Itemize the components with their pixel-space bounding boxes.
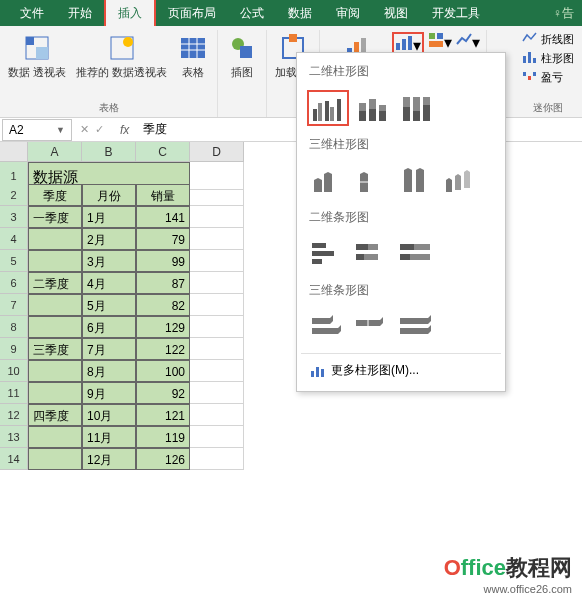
cell-month[interactable]: 8月: [82, 360, 136, 382]
stacked-column-option[interactable]: [351, 90, 393, 126]
name-box[interactable]: A2 ▼: [2, 119, 72, 141]
row-header-12[interactable]: 12: [0, 404, 28, 426]
row-header-13[interactable]: 13: [0, 426, 28, 448]
3d-column-option[interactable]: [439, 163, 481, 199]
fx-icon[interactable]: fx: [120, 123, 129, 137]
header-sales[interactable]: 销量: [136, 184, 190, 206]
menu-page-layout[interactable]: 页面布局: [156, 0, 228, 26]
select-all-corner[interactable]: [0, 142, 28, 162]
sparkline-winloss-button[interactable]: 盈亏: [518, 68, 578, 86]
menu-formula[interactable]: 公式: [228, 0, 276, 26]
row-header-6[interactable]: 6: [0, 272, 28, 294]
cell[interactable]: [190, 206, 244, 228]
pivot-table-button[interactable]: 数据 透视表: [4, 30, 70, 81]
cell-sales[interactable]: 99: [136, 250, 190, 272]
cell[interactable]: [190, 404, 244, 426]
cell-quarter[interactable]: 三季度: [28, 338, 82, 360]
rec-pivot-button[interactable]: 推荐的 数据透视表: [72, 30, 171, 81]
cell[interactable]: [190, 448, 244, 470]
3d-clustered-bar-option[interactable]: [307, 309, 349, 345]
cell-sales[interactable]: 79: [136, 228, 190, 250]
cell[interactable]: [190, 294, 244, 316]
cell[interactable]: [190, 228, 244, 250]
cell-quarter[interactable]: [28, 316, 82, 338]
stacked-bar-option[interactable]: [351, 236, 393, 272]
col-header-D[interactable]: D: [190, 142, 244, 162]
menu-review[interactable]: 审阅: [324, 0, 372, 26]
row-header-4[interactable]: 4: [0, 228, 28, 250]
3d-stacked-column-option[interactable]: [351, 163, 393, 199]
3d-stacked-bar-option[interactable]: [351, 309, 393, 345]
clustered-column-option[interactable]: [307, 90, 349, 126]
col-header-A[interactable]: A: [28, 142, 82, 162]
menu-dev[interactable]: 开发工具: [420, 0, 492, 26]
row-header-14[interactable]: 14: [0, 448, 28, 470]
cell-quarter[interactable]: 一季度: [28, 206, 82, 228]
cell-month[interactable]: 12月: [82, 448, 136, 470]
cell-quarter[interactable]: [28, 250, 82, 272]
cell[interactable]: [190, 426, 244, 448]
cell[interactable]: [190, 360, 244, 382]
cell[interactable]: [190, 382, 244, 404]
row-header-5[interactable]: 5: [0, 250, 28, 272]
row-header-11[interactable]: 11: [0, 382, 28, 404]
cell[interactable]: [190, 272, 244, 294]
100-stacked-bar-option[interactable]: [395, 236, 437, 272]
row-header-8[interactable]: 8: [0, 316, 28, 338]
cell-quarter[interactable]: [28, 360, 82, 382]
menu-file[interactable]: 文件: [8, 0, 56, 26]
3d-clustered-column-option[interactable]: [307, 163, 349, 199]
menu-home[interactable]: 开始: [56, 0, 104, 26]
cell[interactable]: [190, 184, 244, 206]
cell-sales[interactable]: 129: [136, 316, 190, 338]
cell-month[interactable]: 5月: [82, 294, 136, 316]
cancel-formula-button[interactable]: ✕: [80, 123, 89, 136]
3d-100-stacked-column-option[interactable]: [395, 163, 437, 199]
table-button[interactable]: 表格: [173, 30, 213, 81]
cell-sales[interactable]: 100: [136, 360, 190, 382]
enter-formula-button[interactable]: ✓: [95, 123, 104, 136]
cell-sales[interactable]: 87: [136, 272, 190, 294]
cell-sales[interactable]: 141: [136, 206, 190, 228]
tell-me[interactable]: ♀ 告: [553, 5, 582, 22]
sparkline-column-button[interactable]: 柱形图: [518, 49, 578, 67]
row-header-7[interactable]: 7: [0, 294, 28, 316]
cell-month[interactable]: 6月: [82, 316, 136, 338]
menu-insert[interactable]: 插入: [106, 0, 154, 26]
cell-sales[interactable]: 92: [136, 382, 190, 404]
cell-sales[interactable]: 122: [136, 338, 190, 360]
cell-month[interactable]: 11月: [82, 426, 136, 448]
header-quarter[interactable]: 季度: [28, 184, 82, 206]
header-month[interactable]: 月份: [82, 184, 136, 206]
cell-sales[interactable]: 82: [136, 294, 190, 316]
3d-100-stacked-bar-option[interactable]: [395, 309, 437, 345]
clustered-bar-option[interactable]: [307, 236, 349, 272]
sparkline-line-button[interactable]: 折线图: [518, 30, 578, 48]
cell-month[interactable]: 10月: [82, 404, 136, 426]
cell-quarter[interactable]: [28, 294, 82, 316]
cell-month[interactable]: 7月: [82, 338, 136, 360]
cell-month[interactable]: 2月: [82, 228, 136, 250]
cell-quarter[interactable]: 四季度: [28, 404, 82, 426]
100-stacked-column-option[interactable]: [395, 90, 437, 126]
cell-month[interactable]: 4月: [82, 272, 136, 294]
cell-quarter[interactable]: [28, 228, 82, 250]
cell[interactable]: [190, 316, 244, 338]
cell-month[interactable]: 3月: [82, 250, 136, 272]
cell-quarter[interactable]: [28, 426, 82, 448]
illustrations-button[interactable]: 插图: [222, 30, 262, 81]
cell-quarter[interactable]: 二季度: [28, 272, 82, 294]
row-header-10[interactable]: 10: [0, 360, 28, 382]
cell[interactable]: [190, 250, 244, 272]
cell-month[interactable]: 9月: [82, 382, 136, 404]
col-header-C[interactable]: C: [136, 142, 190, 162]
row-header-3[interactable]: 3: [0, 206, 28, 228]
menu-view[interactable]: 视图: [372, 0, 420, 26]
cell-quarter[interactable]: [28, 382, 82, 404]
menu-data[interactable]: 数据: [276, 0, 324, 26]
cell-sales[interactable]: 126: [136, 448, 190, 470]
cell-sales[interactable]: 121: [136, 404, 190, 426]
row-header-9[interactable]: 9: [0, 338, 28, 360]
more-column-charts-button[interactable]: 更多柱形图(M)...: [301, 353, 501, 387]
row-header-2[interactable]: 2: [0, 184, 28, 206]
